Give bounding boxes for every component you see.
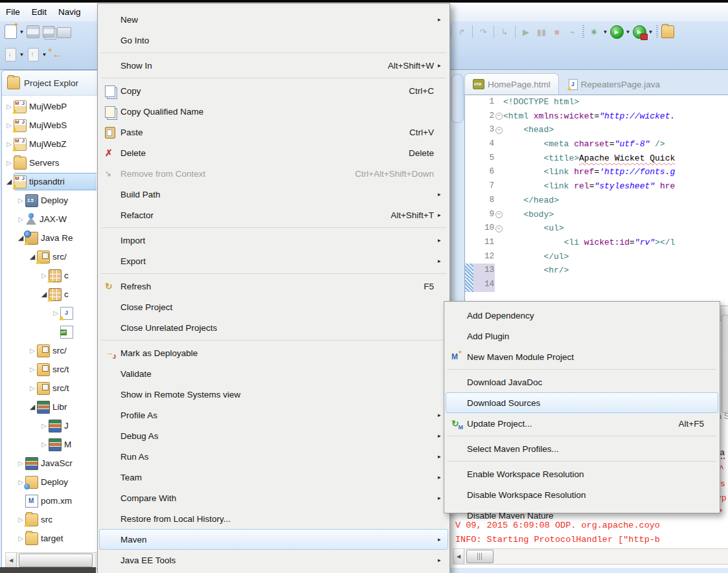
new-wizard-icon[interactable] <box>3 25 17 39</box>
context-menu-item-debug-as[interactable]: Debug As▸ <box>99 425 448 446</box>
context-menu-item-run-as[interactable]: Run As▸ <box>99 446 448 467</box>
fold-minus-icon[interactable]: − <box>495 127 503 134</box>
code-line-13[interactable]: 13 <hr/> <box>465 264 728 278</box>
collapse-arrow-icon[interactable]: ▷ <box>16 460 25 467</box>
collapse-arrow-icon[interactable]: ▷ <box>40 422 49 429</box>
maven-submenu-item-update-project[interactable]: Update Project...Alt+F5 <box>446 413 718 434</box>
tree-item-target[interactable]: ▷target <box>2 529 97 548</box>
expand-arrow-icon[interactable]: ◢ <box>28 253 37 261</box>
context-menu-item-copy-qualified-name[interactable]: Copy Qualified Name <box>99 101 448 122</box>
code-line-5[interactable]: 5 <title>Apache Wicket Quick <box>465 152 728 166</box>
collapse-arrow-icon[interactable]: ▷ <box>28 347 37 354</box>
debug-icon[interactable]: ✳ <box>587 25 601 39</box>
tree-item-src[interactable]: ◢src/ <box>2 247 97 266</box>
maven-submenu-item-disable-workspace-resolution[interactable]: Disable Workspace Resolution <box>446 484 718 505</box>
next-annotation-dropdown-icon[interactable]: ▼ <box>18 52 25 58</box>
expand-arrow-icon[interactable]: ◢ <box>5 177 14 186</box>
context-menu-item-maven[interactable]: Maven▸ <box>99 529 448 550</box>
tree-item-javascr[interactable]: ▷JavaScr <box>2 454 97 473</box>
code-line-9[interactable]: 9− <body> <box>465 208 728 222</box>
menubar-item-navig[interactable]: Navig <box>52 3 87 21</box>
debug-dropdown-icon[interactable]: ▼ <box>602 29 609 35</box>
maven-submenu-item-download-sources[interactable]: Download Sources <box>446 392 718 413</box>
tree-item-c[interactable]: ▷c <box>2 266 97 285</box>
maven-submenu-item-add-dependency[interactable]: Add Dependency <box>446 305 718 326</box>
scrollbar-thumb[interactable] <box>466 550 494 563</box>
tree-item-mujwebz[interactable]: ▷MujWebZ <box>2 135 97 153</box>
context-menu-item-close-project[interactable]: Close Project <box>99 297 448 317</box>
code-line-7[interactable]: 7 <link rel="stylesheet" hre <box>465 179 728 194</box>
context-menu-item-configure[interactable]: Configure▸ <box>99 570 448 573</box>
maven-submenu-item-download-javadoc[interactable]: Download JavaDoc <box>446 372 718 392</box>
tree-item-mujwebp[interactable]: ▷MujWebP <box>2 97 97 116</box>
context-menu-item-import[interactable]: Import▸ <box>99 230 448 251</box>
code-line-8[interactable]: 8 </head> <box>465 194 728 208</box>
collapse-arrow-icon[interactable]: ▷ <box>28 366 37 373</box>
context-menu-item-refresh[interactable]: RefreshF5 <box>99 276 448 297</box>
editor-tab-homepage-html[interactable]: HomePage.html <box>464 73 559 95</box>
menubar-item-edit[interactable]: Edit <box>26 3 52 21</box>
collapse-arrow-icon[interactable]: ▷ <box>5 159 14 166</box>
editor-tab-repeaterspage-java[interactable]: RepeatersPage.java <box>560 73 668 95</box>
code-line-3[interactable]: 3− <head> <box>465 123 728 137</box>
collapse-arrow-icon[interactable]: ▷ <box>5 140 14 148</box>
editor-vscrollbar-sliver[interactable] <box>722 315 728 413</box>
maven-submenu-item-select-maven-profiles[interactable]: Select Maven Profiles... <box>446 438 718 459</box>
tree-item-servers[interactable]: ▷Servers <box>2 153 97 172</box>
code-line-12[interactable]: 12 </ul> <box>465 250 728 264</box>
context-menu-item-show-in[interactable]: Show InAlt+Shift+W▸ <box>99 55 448 76</box>
context-menu-item-restore-from-local-history[interactable]: Restore from Local History... <box>99 508 448 529</box>
expand-arrow-icon[interactable]: ◢ <box>28 403 37 411</box>
tree-item-tipsandtri[interactable]: ◢tipsandtri <box>2 172 97 191</box>
code-line-4[interactable]: 4 <meta charset="utf-8" /> <box>465 137 728 152</box>
open-wizard-icon[interactable] <box>661 25 675 39</box>
collapse-arrow-icon[interactable]: ▷ <box>5 103 14 110</box>
context-menu-item-copy[interactable]: CopyCtrl+C <box>99 80 448 101</box>
coverage-icon[interactable]: ▶ <box>632 25 646 39</box>
maven-submenu-item-enable-workspace-resolution[interactable]: Enable Workspace Resolution <box>446 464 718 484</box>
scroll-left-icon[interactable]: ◀ <box>6 553 17 568</box>
context-menu-item-paste[interactable]: PasteCtrl+V <box>99 122 448 142</box>
fold-minus-icon[interactable]: − <box>495 113 503 120</box>
tree-item-deploy[interactable]: ▷Deploy <box>2 473 97 491</box>
new-dropdown-icon[interactable]: ▼ <box>18 29 25 35</box>
code-line-14[interactable]: 14 <box>465 278 728 292</box>
collapsed-panel-strip[interactable] <box>451 74 464 123</box>
code-line-11[interactable]: 11 <li wicket:id="rv"></l <box>465 236 728 250</box>
tree-item-jax-w[interactable]: ▷JAX-W <box>2 210 97 229</box>
maven-submenu-item-add-plugin[interactable]: Add Plugin <box>446 326 718 346</box>
fold-minus-icon[interactable]: − <box>495 211 503 218</box>
code-editor[interactable]: 1<!DOCTYPE html>2−<html xmlns:wicket="ht… <box>464 95 728 307</box>
scrollbar-thumb[interactable] <box>19 554 93 567</box>
project-explorer-hscrollbar[interactable]: ◀ <box>5 552 97 568</box>
context-menu-item-close-unrelated-projects[interactable]: Close Unrelated Projects <box>99 317 448 338</box>
maven-submenu-item-new-maven-module-project[interactable]: New Maven Module Project <box>446 346 718 367</box>
code-line-1[interactable]: 1<!DOCTYPE html> <box>465 95 728 109</box>
tree-item-c[interactable]: ◢c <box>2 285 97 304</box>
context-menu-item-compare-with[interactable]: Compare With▸ <box>99 488 448 508</box>
context-menu-item-delete[interactable]: DeleteDelete <box>99 142 448 163</box>
maven-submenu-item-disable-maven-nature[interactable]: Disable Maven Nature <box>446 505 718 526</box>
prev-annotation-dropdown-icon[interactable]: ▼ <box>41 52 48 58</box>
collapse-arrow-icon[interactable]: ▷ <box>16 516 25 523</box>
collapse-arrow-icon[interactable]: ▷ <box>51 309 60 317</box>
menubar-item-file[interactable]: File <box>0 3 26 21</box>
tree-item-src[interactable]: ▷src <box>2 510 97 529</box>
tree-item-item[interactable]: ▷ <box>2 304 97 322</box>
tree-item-src-t[interactable]: ▷src/t <box>2 379 97 398</box>
code-line-10[interactable]: 10− <ul> <box>465 221 728 236</box>
run-icon[interactable]: ▶ <box>609 25 624 39</box>
context-menu-item-java-ee-tools[interactable]: Java EE Tools▸ <box>99 550 448 570</box>
collapse-arrow-icon[interactable]: ▷ <box>40 272 49 279</box>
context-menu-item-new[interactable]: New▸ <box>99 9 448 30</box>
tree-item-m[interactable]: ▷M <box>2 435 97 454</box>
expand-arrow-icon[interactable]: ◢ <box>40 290 49 298</box>
code-line-6[interactable]: 6 <link href='http://fonts.g <box>465 165 728 179</box>
tree-item-libr[interactable]: ◢Libr <box>2 398 97 416</box>
tree-item-deploy[interactable]: ▷Deploy <box>2 191 97 210</box>
collapse-arrow-icon[interactable]: ▷ <box>28 385 37 392</box>
last-edit-location-icon[interactable]: ← <box>49 47 63 62</box>
run-dropdown-icon[interactable]: ▼ <box>624 29 631 35</box>
scroll-left-icon[interactable]: ◀ <box>453 549 464 564</box>
context-menu-item-build-path[interactable]: Build Path▸ <box>99 184 448 205</box>
